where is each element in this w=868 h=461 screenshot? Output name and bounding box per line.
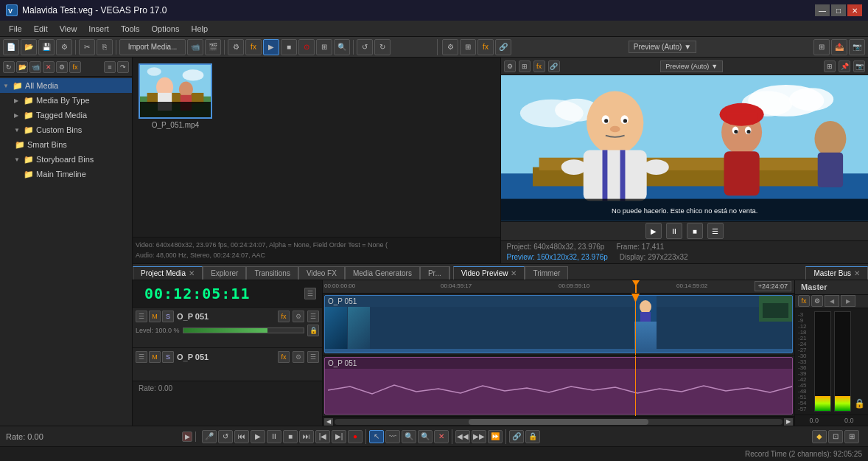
preview-tb-split[interactable]: ⊞ (519, 60, 531, 72)
track-expand-btn[interactable]: ☰ (136, 311, 147, 322)
toolbar-capture[interactable]: 📹 (187, 39, 203, 55)
media-remove[interactable]: ✕ (43, 61, 55, 73)
transport-next-marker[interactable]: ⏭ (299, 430, 314, 443)
toolbar-open[interactable]: 📂 (21, 39, 37, 55)
level-lock-btn[interactable]: 🔒 (307, 325, 319, 336)
menu-edit[interactable]: Edit (28, 23, 54, 35)
track-vol-audio-btn[interactable]: M (149, 351, 161, 363)
track-solo-audio-btn[interactable]: S (162, 351, 174, 363)
transport-region[interactable]: ⊡ (828, 430, 843, 443)
toolbar-play[interactable]: ▶ (263, 39, 279, 55)
preview-export[interactable]: 📤 (831, 39, 847, 55)
preview-stop-btn[interactable]: ■ (687, 223, 703, 239)
transport-jog[interactable]: ⏩ (488, 430, 503, 443)
preview-split[interactable]: ⊞ (460, 39, 476, 55)
transport-prev-marker[interactable]: ⏮ (234, 430, 249, 443)
tab-close-master-icon[interactable]: ✕ (854, 269, 860, 277)
transport-more-markers[interactable]: ⊞ (844, 430, 859, 443)
toolbar-new[interactable]: 📄 (3, 39, 19, 55)
tree-custom-bins[interactable]: ▼ 📁 Custom Bins (0, 122, 132, 137)
video-clip[interactable]: O_P 051 (324, 295, 793, 353)
transport-mic[interactable]: 🎤 (202, 430, 217, 443)
media-capture[interactable]: 📹 (29, 61, 41, 73)
audio-clip[interactable]: O_P 051 (324, 357, 793, 415)
media-settings[interactable]: ⚙ (56, 61, 68, 73)
tree-media-by-type[interactable]: ▶ 📁 Media By Type (0, 93, 132, 108)
scroll-left-btn[interactable]: ◀ (324, 418, 333, 426)
transport-snap-prev[interactable]: ◀◀ (455, 430, 470, 443)
scrollbar-track[interactable] (335, 419, 783, 425)
track-fx-btn[interactable]: fx (278, 311, 290, 322)
maximize-button[interactable]: □ (831, 4, 846, 16)
preview-capture[interactable]: 📷 (849, 39, 865, 55)
master-pan-left[interactable]: ◀ (825, 295, 839, 307)
track-menu-btn[interactable]: ☰ (307, 311, 319, 322)
transport-marker[interactable]: ◆ (812, 430, 827, 443)
tree-all-media[interactable]: ▼ 📁 All Media (0, 78, 132, 93)
timeline-scrollbar[interactable]: ◀ ▶ (323, 417, 794, 426)
toolbar-grid[interactable]: ⊞ (316, 39, 332, 55)
preview-fx-btn[interactable]: fx (477, 39, 494, 55)
toolbar-zoom[interactable]: 🔍 (334, 39, 350, 55)
master-fx-btn[interactable]: fx (798, 295, 810, 307)
transport-cut-tool[interactable]: ✕ (434, 430, 449, 443)
preview-tb-snap[interactable]: 📌 (839, 60, 850, 72)
media-search[interactable]: ↷ (117, 61, 129, 73)
preview-tb-fx[interactable]: fx (533, 60, 545, 72)
transport-zoom-out[interactable]: 🔍 (418, 430, 433, 443)
thumb-image[interactable] (139, 63, 212, 119)
transport-goto-start[interactable]: |◀ (315, 430, 330, 443)
transport-pause-btn[interactable]: ⏸ (267, 430, 281, 443)
tab-master-bus[interactable]: Master Bus ✕ (805, 266, 868, 280)
toolbar-render[interactable]: 🎬 (205, 39, 221, 55)
media-fx2[interactable]: fx (69, 61, 81, 73)
toolbar-fx[interactable]: fx (245, 39, 262, 55)
transport-lock[interactable]: 🔒 (525, 430, 540, 443)
track-solo-btn[interactable]: S (162, 311, 174, 322)
toolbar-record[interactable]: ⊙ (298, 39, 315, 55)
transport-goto-end[interactable]: ▶| (332, 430, 346, 443)
menu-tools[interactable]: Tools (115, 23, 146, 35)
tree-smart-bins[interactable]: 📁 Smart Bins (0, 137, 132, 152)
tab-close-icon[interactable]: ✕ (189, 269, 195, 277)
master-settings-btn[interactable]: ⚙ (811, 295, 823, 307)
master-pan-right[interactable]: ▶ (841, 295, 855, 307)
preview-tb-capture[interactable]: 📷 (853, 60, 865, 72)
toolbar-copy[interactable]: ⎘ (97, 39, 113, 55)
media-thumb-item[interactable]: O_P_051.mp4 (139, 63, 212, 129)
transport-record-btn[interactable]: ● (348, 430, 363, 443)
tree-tagged-media[interactable]: ▶ 📁 Tagged Media (0, 108, 132, 122)
menu-file[interactable]: File (3, 23, 28, 35)
media-view[interactable]: ≡ (104, 61, 116, 73)
media-import[interactable]: 📂 (16, 61, 28, 73)
transport-envelope-tool[interactable]: 〰 (385, 430, 400, 443)
preview-tb-grid[interactable]: ⊞ (824, 60, 836, 72)
tab-close-video-preview-icon[interactable]: ✕ (511, 269, 517, 277)
toolbar-import-media[interactable]: Import Media... (119, 39, 186, 55)
transport-zoom-in[interactable]: 🔍 (402, 430, 416, 443)
menu-help[interactable]: Help (185, 23, 214, 35)
track-menu-audio-btn[interactable]: ☰ (307, 351, 319, 363)
close-button[interactable]: ✕ (847, 4, 862, 16)
tab-trimmer[interactable]: Trimmer (525, 266, 568, 280)
preview-play-btn[interactable]: ▶ (645, 223, 662, 239)
transport-loop[interactable]: ↺ (218, 430, 233, 443)
track-settings-btn[interactable]: ⚙ (293, 311, 304, 322)
minimize-button[interactable]: — (815, 4, 830, 16)
tree-storyboard-bins[interactable]: ▼ 📁 Storyboard Bins (0, 152, 132, 167)
toolbar-cut[interactable]: ✂ (79, 39, 95, 55)
preview-chain[interactable]: 🔗 (495, 39, 511, 55)
tab-media-generators[interactable]: Media Generators (345, 266, 420, 280)
transport-play-btn[interactable]: ▶ (251, 430, 265, 443)
transport-select-tool[interactable]: ↖ (369, 430, 384, 443)
scrollbar-thumb[interactable] (469, 419, 648, 425)
toolbar-settings[interactable]: ⚙ (228, 39, 244, 55)
preview-tb-chain[interactable]: 🔗 (548, 60, 560, 72)
preview-pause-btn[interactable]: ⏸ (666, 223, 682, 239)
track-expand-audio-btn[interactable]: ☰ (136, 351, 147, 363)
video-track-content[interactable]: O_P 051 (323, 294, 794, 356)
tab-project-media[interactable]: Project Media ✕ (133, 266, 203, 280)
preview-dropdown[interactable]: Preview (Auto) ▼ (629, 41, 696, 53)
tab-video-fx[interactable]: Video FX (298, 266, 345, 280)
menu-insert[interactable]: Insert (83, 23, 115, 35)
